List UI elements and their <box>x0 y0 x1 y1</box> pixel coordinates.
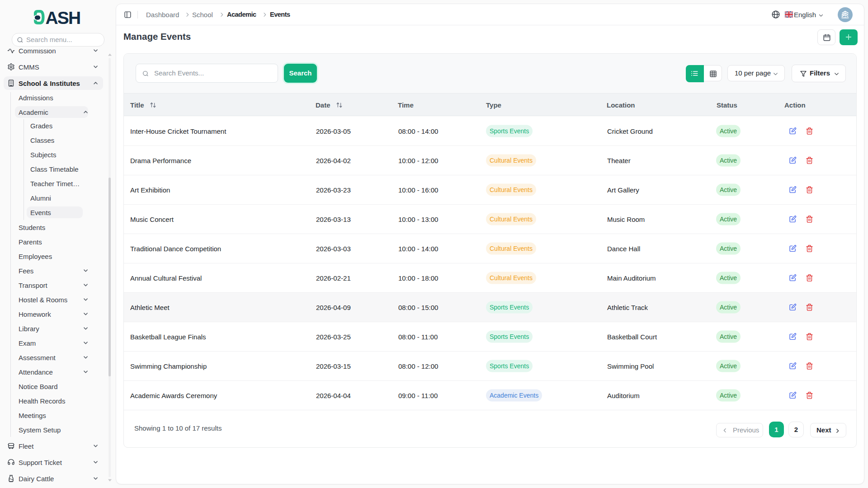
svg-text:ASH: ASH <box>46 10 80 24</box>
